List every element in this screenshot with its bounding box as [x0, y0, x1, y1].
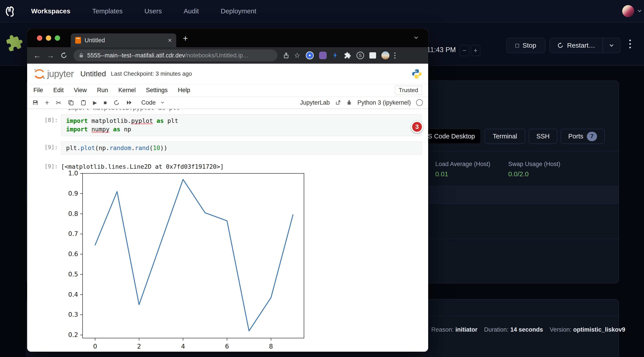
- code-cell[interactable]: [9]: plt.plot(np.random.rand(10)): [27, 141, 428, 155]
- cell-editor[interactable]: plt.plot(np.random.rand(10)): [61, 141, 422, 155]
- restart-options-button[interactable]: [603, 38, 620, 53]
- stat-swap-usage: Swap Usage (Host) 0.0/2.0: [508, 161, 560, 178]
- app-button-terminal[interactable]: Terminal: [485, 129, 525, 144]
- run-cell-icon[interactable]: ▶: [93, 100, 97, 106]
- new-tab-button[interactable]: +: [183, 34, 188, 43]
- checkpoint-status: Last Checkpoint: 3 minutes ago: [111, 70, 192, 77]
- top-navbar: WorkspacesTemplatesUsersAuditDeployment: [0, 0, 644, 22]
- window-close-button[interactable]: [37, 36, 42, 41]
- tab-title: Untitled: [84, 37, 168, 44]
- save-icon[interactable]: [32, 100, 38, 106]
- restart-button[interactable]: Restart…: [550, 38, 620, 53]
- window-zoom-button[interactable]: [55, 36, 60, 41]
- jupyter-page: jupyter Untitled Last Checkpoint: 3 minu…: [27, 64, 428, 352]
- svg-text:2: 2: [137, 343, 141, 350]
- grammar-extension-icon[interactable]: S: [356, 52, 364, 59]
- menu-edit[interactable]: Edit: [54, 87, 64, 94]
- password-manager-extension-icon[interactable]: [306, 52, 314, 60]
- lock-icon: [78, 52, 84, 58]
- forward-button[interactable]: →: [47, 51, 54, 60]
- interrupt-kernel-icon[interactable]: ■: [104, 100, 107, 106]
- svg-text:1.0: 1.0: [68, 170, 78, 177]
- python-logo: [411, 68, 422, 80]
- jupyter-wordmark: jupyter: [47, 68, 74, 79]
- jupyter-toolbar: + ✂ ▶ ■ Code: [27, 96, 428, 109]
- share-icon[interactable]: [283, 52, 290, 59]
- nav-item-audit[interactable]: Audit: [184, 7, 199, 15]
- kernel-status-icon: [416, 99, 423, 106]
- app-button-ssh[interactable]: SSH: [529, 129, 557, 144]
- stop-button[interactable]: □ Stop: [506, 38, 545, 53]
- external-link-icon[interactable]: [335, 100, 341, 106]
- notebook-title[interactable]: Untitled: [80, 70, 106, 78]
- restart-run-all-icon[interactable]: [126, 100, 132, 105]
- chevron-down-icon[interactable]: [638, 9, 641, 13]
- url-host: 5555--main--test--matifali.atif.cdr.dev: [87, 52, 185, 59]
- address-bar[interactable]: 5555--main--test--matifali.atif.cdr.dev/…: [74, 50, 278, 62]
- coder-logo-icon[interactable]: [4, 5, 16, 18]
- jupyter-logo: [33, 68, 46, 80]
- puzzle-icon: [6, 34, 23, 51]
- kernel-name[interactable]: Python 3 (ipykernel): [358, 99, 411, 106]
- trusted-button[interactable]: Trusted: [395, 86, 422, 95]
- stat-load-average: Load Average (Host) 0.01: [435, 161, 490, 178]
- bookmark-star-icon[interactable]: ☆: [294, 51, 300, 60]
- cell-prompt: [9]:: [27, 141, 61, 155]
- nav-item-deployment[interactable]: Deployment: [221, 7, 256, 15]
- menu-help[interactable]: Help: [178, 87, 190, 94]
- cell-type-dropdown[interactable]: Code: [141, 99, 164, 106]
- user-avatar[interactable]: [622, 5, 634, 17]
- screen: WorkspacesTemplatesUsersAuditDeployment …: [0, 0, 644, 357]
- matplotlib-line-chart: 0.20.30.40.50.60.70.80.91.002468: [67, 169, 312, 350]
- scrolled-cell-remnant: import matplotlib.pyplot as plt: [27, 109, 428, 112]
- menu-view[interactable]: View: [74, 87, 87, 94]
- notification-badge: 3: [411, 121, 423, 133]
- side-panel-icon[interactable]: [370, 52, 376, 58]
- menu-kernel[interactable]: Kernel: [118, 87, 136, 94]
- jupyter-favicon: [75, 37, 81, 44]
- jupyterlab-link[interactable]: JupyterLab: [300, 99, 330, 106]
- tab-search-chevron-icon[interactable]: [415, 36, 418, 40]
- cut-cells-icon[interactable]: ✂: [56, 99, 62, 106]
- menu-file[interactable]: File: [34, 87, 43, 94]
- code-cell[interactable]: [8]: import matplotlib.pyplot as pltimpo…: [27, 114, 428, 136]
- copy-cells-icon[interactable]: [68, 100, 74, 106]
- browser-menu-kebab[interactable]: [394, 52, 396, 58]
- nav-item-templates[interactable]: Templates: [92, 7, 122, 15]
- lightning-extension-icon[interactable]: [332, 52, 339, 59]
- svg-text:0.7: 0.7: [68, 230, 78, 238]
- workspace-kebab-menu[interactable]: [629, 40, 631, 48]
- add-cell-icon[interactable]: +: [45, 98, 49, 107]
- reload-button[interactable]: [60, 52, 68, 59]
- restart-kernel-icon[interactable]: [114, 100, 120, 106]
- notebook-content: import matplotlib.pyplot as plt [8]: imp…: [27, 109, 428, 352]
- menu-settings[interactable]: Settings: [146, 87, 168, 94]
- svg-text:0.3: 0.3: [68, 311, 78, 318]
- cell-editor[interactable]: import matplotlib.pyplot as pltimport nu…: [61, 114, 422, 136]
- nav-item-workspaces[interactable]: Workspaces: [31, 7, 70, 15]
- svg-text:0.8: 0.8: [68, 210, 78, 218]
- svg-text:6: 6: [225, 343, 229, 350]
- output-prompt: [9]:: [27, 160, 61, 170]
- extensions-puzzle-icon[interactable]: [344, 52, 351, 59]
- menu-run[interactable]: Run: [97, 87, 108, 94]
- svg-text:0.4: 0.4: [68, 291, 78, 298]
- debugger-bug-icon[interactable]: [346, 100, 352, 106]
- nav-items: WorkspacesTemplatesUsersAuditDeployment: [31, 7, 256, 15]
- back-button[interactable]: ←: [34, 51, 41, 60]
- browser-window: Untitled × + ← → 5555--main--test--matif…: [27, 29, 428, 352]
- browser-profile-avatar[interactable]: [382, 52, 390, 60]
- url-path: /notebooks/Untitled.ip…: [185, 52, 249, 59]
- svg-text:0.6: 0.6: [68, 250, 78, 258]
- zoom-in-button[interactable]: +: [471, 45, 480, 56]
- app-button-ports[interactable]: Ports 7: [561, 129, 604, 144]
- nav-item-users[interactable]: Users: [144, 7, 162, 15]
- jupyter-menubar: FileEditViewRunKernelSettingsHelp Truste…: [27, 84, 428, 96]
- browser-tab[interactable]: Untitled ×: [71, 34, 176, 47]
- svg-text:0.5: 0.5: [68, 271, 78, 278]
- tab-close-icon[interactable]: ×: [168, 36, 172, 44]
- purple-extension-icon[interactable]: [319, 52, 327, 59]
- zoom-out-button[interactable]: −: [460, 45, 469, 56]
- window-minimize-button[interactable]: [46, 36, 51, 41]
- paste-cells-icon[interactable]: [80, 100, 86, 106]
